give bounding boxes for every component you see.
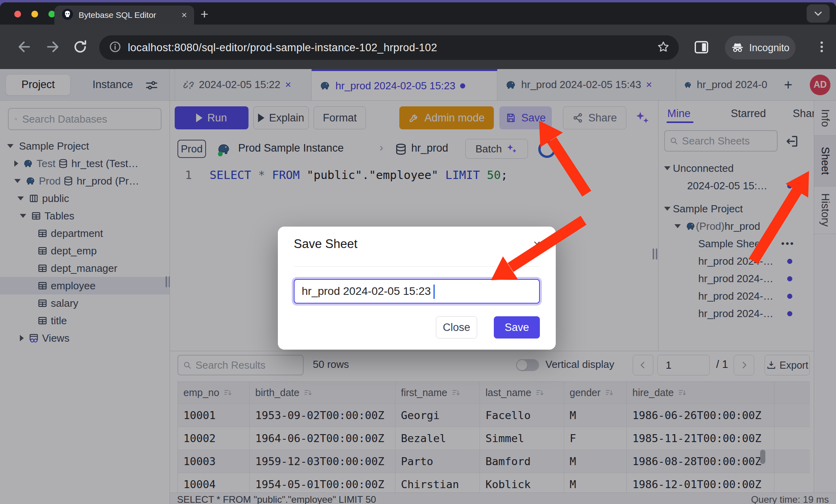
dialog-close-icon[interactable]: × xyxy=(533,237,541,252)
incognito-badge: Incognito xyxy=(725,36,796,60)
dialog-save-button[interactable]: Save xyxy=(494,316,540,339)
forward-button[interactable] xyxy=(44,39,60,55)
browser-tab-close-icon[interactable]: × xyxy=(181,10,187,21)
url-text[interactable]: localhost:8080/sql-editor/prod-sample-in… xyxy=(128,42,650,54)
reload-button[interactable] xyxy=(72,39,88,55)
incognito-icon xyxy=(731,41,744,54)
incognito-label: Incognito xyxy=(749,42,789,54)
screenshot-stage: Bytebase SQL Editor × + loc xyxy=(0,0,836,504)
site-info-icon[interactable] xyxy=(109,40,121,55)
browser-window: Bytebase SQL Editor × + loc xyxy=(0,2,836,504)
dialog-close-button[interactable]: Close xyxy=(436,316,477,339)
text-cursor xyxy=(433,285,435,299)
dialog-divider xyxy=(294,266,540,267)
url-bar[interactable]: localhost:8080/sql-editor/prod-sample-in… xyxy=(99,35,679,60)
back-button[interactable] xyxy=(17,39,33,55)
browser-tab-strip: Bytebase SQL Editor × + xyxy=(0,2,836,25)
window-close-button[interactable] xyxy=(14,11,21,17)
side-panel-button[interactable] xyxy=(694,40,710,56)
reload-icon xyxy=(72,39,88,55)
dialog-title: Save Sheet xyxy=(294,237,357,251)
chevron-down-icon xyxy=(813,8,823,19)
bytebase-favicon-icon xyxy=(62,8,73,22)
sheet-name-input[interactable] xyxy=(294,279,540,304)
bookmark-star-icon[interactable] xyxy=(657,40,670,55)
save-sheet-dialog: Save Sheet × Close Save xyxy=(278,227,556,350)
tab-search-button[interactable] xyxy=(807,4,830,23)
window-minimize-button[interactable] xyxy=(31,11,38,17)
back-arrow-icon xyxy=(17,39,33,55)
browser-tab-title: Bytebase SQL Editor xyxy=(79,10,176,20)
browser-new-tab-button[interactable]: + xyxy=(200,6,208,22)
side-panel-icon xyxy=(694,40,709,54)
browser-tab[interactable]: Bytebase SQL Editor × xyxy=(54,6,194,25)
browser-menu-button[interactable] xyxy=(815,39,829,56)
three-dots-icon xyxy=(815,39,829,55)
browser-toolbar: localhost:8080/sql-editor/prod-sample-in… xyxy=(0,25,836,69)
forward-arrow-icon xyxy=(44,39,60,55)
window-controls xyxy=(14,11,55,17)
